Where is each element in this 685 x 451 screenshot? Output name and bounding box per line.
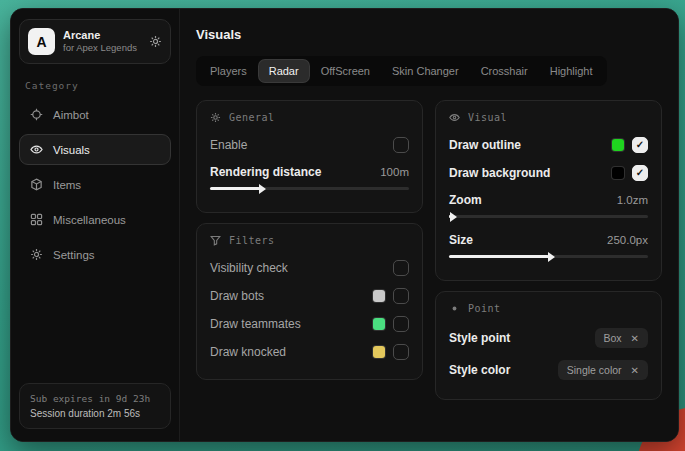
style-point-value: Box — [604, 332, 622, 344]
draw-bots-color-swatch[interactable] — [373, 290, 385, 302]
sidebar: A Arcane for Apex Legends Category Aimbo — [11, 9, 180, 441]
sidebar-item-label: Miscellaneous — [53, 214, 126, 226]
category-label: Category — [25, 80, 165, 91]
sidebar-item-items[interactable]: Items — [19, 169, 171, 200]
gear-icon[interactable] — [149, 35, 162, 48]
eye-icon — [449, 112, 460, 123]
rendering-distance-label: Rendering distance — [210, 165, 321, 179]
rendering-distance-slider[interactable] — [210, 183, 409, 193]
cube-icon — [30, 178, 43, 191]
sidebar-item-visuals[interactable]: Visuals — [19, 134, 171, 165]
check-icon: ✓ — [636, 168, 644, 178]
tab-skin-changer[interactable]: Skin Changer — [382, 60, 469, 82]
rendering-distance-value: 100m — [380, 166, 409, 178]
panel-title: Visual — [468, 112, 507, 123]
style-color-value: Single color — [567, 364, 622, 376]
panel-filters: Filters Visibility check Draw bots — [196, 223, 423, 380]
app-name: Arcane — [63, 29, 141, 43]
style-color-tag[interactable]: Single color ✕ — [558, 360, 648, 380]
panel-general: General Enable Rendering distance 100m — [196, 100, 423, 213]
visibility-check-label: Visibility check — [210, 261, 288, 275]
app-logo: A — [28, 28, 55, 55]
sidebar-item-label: Aimbot — [53, 109, 89, 121]
panel-visual: Visual Draw outline ✓ Draw background — [435, 100, 662, 281]
slider-thumb[interactable] — [259, 184, 266, 194]
sidebar-item-label: Settings — [53, 249, 95, 261]
sidebar-item-label: Items — [53, 179, 81, 191]
draw-outline-checkbox[interactable]: ✓ — [632, 137, 648, 153]
tab-offscreen[interactable]: OffScreen — [311, 60, 380, 82]
draw-teammates-color-swatch[interactable] — [373, 318, 385, 330]
close-icon[interactable]: ✕ — [631, 333, 639, 344]
panel-title: Filters — [229, 235, 275, 246]
size-label: Size — [449, 233, 473, 247]
size-value: 250.0px — [607, 234, 648, 246]
draw-outline-label: Draw outline — [449, 138, 521, 152]
app-subtitle: for Apex Legends — [63, 42, 141, 54]
gear-icon — [210, 112, 221, 123]
check-icon: ✓ — [636, 140, 644, 150]
main-content: Visuals Players Radar OffScreen Skin Cha… — [180, 9, 678, 441]
close-icon[interactable]: ✕ — [631, 365, 639, 376]
draw-teammates-checkbox[interactable] — [393, 316, 409, 332]
zoom-slider[interactable] — [449, 211, 648, 221]
tab-bar: Players Radar OffScreen Skin Changer Cro… — [196, 56, 607, 86]
zoom-label: Zoom — [449, 193, 482, 207]
style-point-tag[interactable]: Box ✕ — [595, 328, 648, 348]
draw-background-color-swatch[interactable] — [612, 167, 624, 179]
sidebar-item-aimbot[interactable]: Aimbot — [19, 99, 171, 130]
eye-icon — [30, 143, 43, 156]
slider-thumb[interactable] — [450, 212, 457, 222]
draw-knocked-label: Draw knocked — [210, 345, 286, 359]
tab-crosshair[interactable]: Crosshair — [471, 60, 538, 82]
dot-icon — [449, 303, 460, 314]
enable-label: Enable — [210, 138, 247, 152]
tab-highlight[interactable]: Highlight — [540, 60, 603, 82]
visibility-check-checkbox[interactable] — [393, 260, 409, 276]
page-title: Visuals — [196, 27, 662, 42]
draw-bots-checkbox[interactable] — [393, 288, 409, 304]
style-point-label: Style point — [449, 331, 510, 345]
gear-icon — [30, 248, 43, 261]
draw-background-checkbox[interactable]: ✓ — [632, 165, 648, 181]
tab-radar[interactable]: Radar — [259, 60, 309, 82]
panel-point: Point Style point Box ✕ Style color Sing… — [435, 291, 662, 400]
sidebar-item-miscellaneous[interactable]: Miscellaneous — [19, 204, 171, 235]
draw-bots-label: Draw bots — [210, 289, 264, 303]
draw-knocked-checkbox[interactable] — [393, 344, 409, 360]
session-card: Sub expires in 9d 23h Session duration 2… — [19, 383, 171, 429]
draw-background-label: Draw background — [449, 166, 550, 180]
draw-teammates-label: Draw teammates — [210, 317, 301, 331]
app-window: A Arcane for Apex Legends Category Aimbo — [10, 8, 679, 442]
sidebar-item-label: Visuals — [53, 144, 90, 156]
funnel-icon — [210, 235, 221, 246]
enable-checkbox[interactable] — [393, 137, 409, 153]
draw-knocked-color-swatch[interactable] — [373, 346, 385, 358]
sidebar-item-settings[interactable]: Settings — [19, 239, 171, 270]
slider-thumb[interactable] — [548, 252, 555, 262]
session-duration-text: Session duration 2m 56s — [30, 408, 160, 419]
brand-card: A Arcane for Apex Legends — [19, 19, 171, 64]
tab-players[interactable]: Players — [200, 60, 257, 82]
sub-expires-text: Sub expires in 9d 23h — [30, 393, 160, 404]
panel-title: General — [229, 112, 275, 123]
size-slider[interactable] — [449, 251, 648, 261]
brand-text: Arcane for Apex Legends — [63, 29, 141, 55]
panel-title: Point — [468, 303, 501, 314]
grid-icon — [30, 213, 43, 226]
draw-outline-color-swatch[interactable] — [612, 139, 624, 151]
style-color-label: Style color — [449, 363, 510, 377]
zoom-value: 1.0zm — [617, 194, 648, 206]
crosshair-icon — [30, 108, 43, 121]
